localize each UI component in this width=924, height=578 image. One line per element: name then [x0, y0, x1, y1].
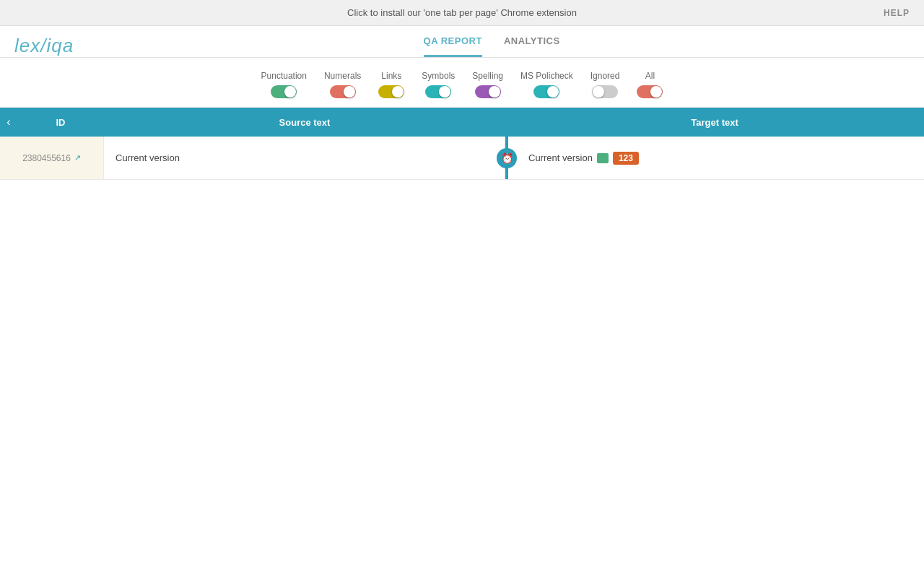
col-header-target: Target text — [505, 117, 924, 128]
row-source-text: Current version — [116, 152, 180, 163]
toggle-spelling[interactable] — [475, 85, 501, 98]
filter-punctuation-label: Punctuation — [261, 71, 307, 81]
tab-qa-report[interactable]: QA REPORT — [424, 35, 482, 57]
filter-numerals-label: Numerals — [324, 71, 361, 81]
filter-ignored-label: Ignored — [590, 71, 620, 81]
filter-bar: Punctuation Numerals Links Symbols — [0, 58, 924, 108]
filter-ms-policheck-label: MS Policheck — [520, 71, 573, 81]
row-source-cell: Current version — [104, 137, 505, 179]
table-row: 2380455616 ↗ Current version ⏰ Current v… — [0, 137, 924, 180]
toggle-ignored[interactable] — [592, 85, 618, 98]
nav-tabs: QA REPORT ANALYTICS — [424, 35, 560, 57]
col-header-id: ID — [17, 117, 104, 128]
toggle-all[interactable] — [637, 85, 663, 98]
toggle-links[interactable] — [378, 85, 404, 98]
filter-links: Links — [378, 71, 404, 98]
clock-icon: ⏰ — [497, 148, 517, 168]
banner-text: Click to install our 'one tab per page' … — [347, 7, 577, 18]
row-divider: ⏰ — [505, 137, 508, 179]
toggle-symbols[interactable] — [425, 85, 451, 98]
filter-links-label: Links — [381, 71, 401, 81]
badge-green — [597, 153, 609, 163]
header: lex/iqa QA REPORT ANALYTICS — [0, 26, 924, 58]
col-header-source: Source text — [104, 117, 505, 128]
filter-symbols: Symbols — [422, 71, 455, 98]
top-banner: Click to install our 'one tab per page' … — [0, 0, 924, 26]
table-header: ‹ ID Source text Target text — [0, 108, 924, 137]
toggle-numerals[interactable] — [330, 85, 356, 98]
row-target-text: Current version — [528, 152, 593, 163]
table-body: 2380455616 ↗ Current version ⏰ Current v… — [0, 137, 924, 180]
filter-spelling: Spelling — [472, 71, 503, 98]
toggle-punctuation[interactable] — [271, 85, 297, 98]
filter-symbols-label: Symbols — [422, 71, 455, 81]
row-id: 2380455616 — [22, 153, 71, 163]
row-external-link-icon[interactable]: ↗ — [74, 153, 81, 163]
row-id-cell: 2380455616 ↗ — [0, 137, 104, 179]
filter-ignored: Ignored — [590, 71, 620, 98]
filter-punctuation: Punctuation — [261, 71, 307, 98]
badge-count: 123 — [613, 152, 639, 165]
filter-spelling-label: Spelling — [472, 71, 503, 81]
row-target-cell: Current version 123 — [508, 137, 924, 179]
filter-all-label: All — [645, 71, 655, 81]
filter-ms-policheck: MS Policheck — [520, 71, 573, 98]
toggle-ms-policheck[interactable] — [533, 85, 559, 98]
logo: lex/iqa — [14, 35, 74, 57]
help-button[interactable]: HELP — [884, 8, 910, 18]
back-button[interactable]: ‹ — [0, 116, 17, 129]
tab-analytics[interactable]: ANALYTICS — [504, 35, 560, 57]
filter-numerals: Numerals — [324, 71, 361, 98]
filter-all: All — [637, 71, 663, 98]
